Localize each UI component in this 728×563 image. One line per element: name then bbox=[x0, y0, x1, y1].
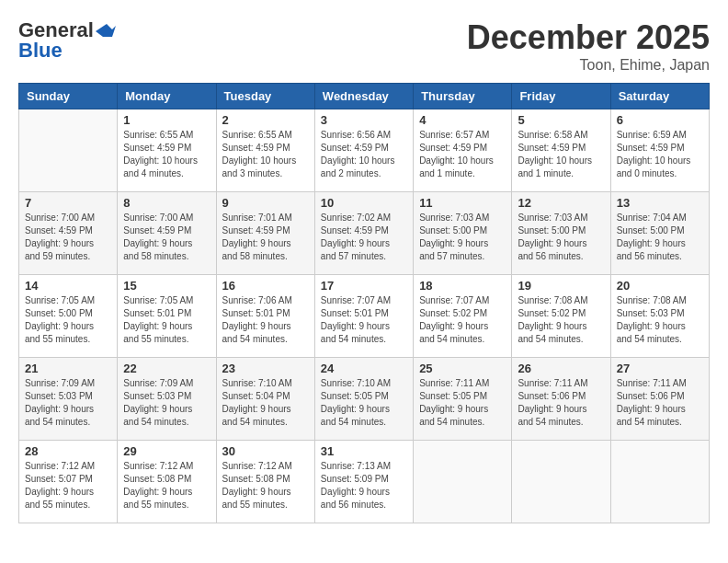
day-number: 16 bbox=[222, 279, 309, 293]
day-info: Sunrise: 7:05 AM Sunset: 5:01 PM Dayligh… bbox=[123, 294, 210, 346]
calendar-cell: 5Sunrise: 6:58 AM Sunset: 4:59 PM Daylig… bbox=[512, 109, 610, 192]
calendar-cell: 20Sunrise: 7:08 AM Sunset: 5:03 PM Dayli… bbox=[610, 275, 709, 358]
day-info: Sunrise: 7:11 AM Sunset: 5:05 PM Dayligh… bbox=[419, 377, 506, 429]
day-info: Sunrise: 6:59 AM Sunset: 4:59 PM Dayligh… bbox=[617, 129, 703, 180]
calendar-cell: 1Sunrise: 6:55 AM Sunset: 4:59 PM Daylig… bbox=[118, 109, 216, 192]
day-info: Sunrise: 7:09 AM Sunset: 5:03 PM Dayligh… bbox=[123, 377, 210, 429]
title-area: December 2025 Toon, Ehime, Japan bbox=[467, 18, 710, 74]
calendar-cell: 4Sunrise: 6:57 AM Sunset: 4:59 PM Daylig… bbox=[414, 109, 512, 192]
calendar-cell: 14Sunrise: 7:05 AM Sunset: 5:00 PM Dayli… bbox=[19, 275, 118, 358]
day-info: Sunrise: 7:05 AM Sunset: 5:00 PM Dayligh… bbox=[25, 294, 111, 346]
day-number: 7 bbox=[25, 196, 111, 210]
day-info: Sunrise: 7:00 AM Sunset: 4:59 PM Dayligh… bbox=[25, 212, 111, 263]
logo-blue: Blue bbox=[18, 39, 63, 63]
weekday-header-monday: Monday bbox=[118, 84, 216, 109]
day-number: 9 bbox=[222, 196, 309, 210]
header: General Blue December 2025 Toon, Ehime, … bbox=[18, 18, 710, 74]
calendar: SundayMondayTuesdayWednesdayThursdayFrid… bbox=[18, 83, 710, 523]
day-info: Sunrise: 6:58 AM Sunset: 4:59 PM Dayligh… bbox=[518, 129, 604, 180]
week-row-2: 7Sunrise: 7:00 AM Sunset: 4:59 PM Daylig… bbox=[19, 192, 710, 275]
day-number: 24 bbox=[321, 362, 407, 375]
day-number: 17 bbox=[321, 279, 407, 293]
calendar-cell: 2Sunrise: 6:55 AM Sunset: 4:59 PM Daylig… bbox=[216, 109, 314, 192]
svg-marker-0 bbox=[96, 24, 116, 37]
day-number: 30 bbox=[222, 444, 309, 458]
day-info: Sunrise: 7:07 AM Sunset: 5:02 PM Dayligh… bbox=[419, 294, 506, 346]
calendar-cell: 6Sunrise: 6:59 AM Sunset: 4:59 PM Daylig… bbox=[610, 109, 709, 192]
week-row-5: 28Sunrise: 7:12 AM Sunset: 5:07 PM Dayli… bbox=[19, 441, 710, 523]
calendar-cell: 28Sunrise: 7:12 AM Sunset: 5:07 PM Dayli… bbox=[19, 441, 118, 523]
day-info: Sunrise: 7:08 AM Sunset: 5:02 PM Dayligh… bbox=[518, 294, 604, 346]
calendar-cell: 18Sunrise: 7:07 AM Sunset: 5:02 PM Dayli… bbox=[414, 275, 512, 358]
weekday-header-thursday: Thursday bbox=[414, 84, 512, 109]
weekday-header-row: SundayMondayTuesdayWednesdayThursdayFrid… bbox=[19, 84, 710, 109]
calendar-cell: 7Sunrise: 7:00 AM Sunset: 4:59 PM Daylig… bbox=[19, 192, 118, 275]
day-number: 21 bbox=[25, 362, 111, 375]
calendar-cell: 21Sunrise: 7:09 AM Sunset: 5:03 PM Dayli… bbox=[19, 358, 118, 441]
day-info: Sunrise: 7:00 AM Sunset: 4:59 PM Dayligh… bbox=[123, 212, 210, 263]
logo: General Blue bbox=[18, 18, 116, 63]
weekday-header-sunday: Sunday bbox=[19, 84, 118, 109]
day-info: Sunrise: 7:07 AM Sunset: 5:01 PM Dayligh… bbox=[321, 294, 407, 346]
day-number: 10 bbox=[321, 196, 407, 210]
calendar-cell: 24Sunrise: 7:10 AM Sunset: 5:05 PM Dayli… bbox=[314, 358, 413, 441]
calendar-cell: 31Sunrise: 7:13 AM Sunset: 5:09 PM Dayli… bbox=[314, 441, 413, 523]
day-number: 4 bbox=[419, 113, 506, 127]
day-info: Sunrise: 7:11 AM Sunset: 5:06 PM Dayligh… bbox=[617, 377, 703, 429]
day-number: 8 bbox=[123, 196, 210, 210]
calendar-cell bbox=[414, 441, 512, 523]
day-number: 1 bbox=[123, 113, 210, 127]
day-info: Sunrise: 7:12 AM Sunset: 5:08 PM Dayligh… bbox=[123, 460, 210, 511]
day-info: Sunrise: 7:12 AM Sunset: 5:07 PM Dayligh… bbox=[25, 460, 111, 511]
calendar-cell: 30Sunrise: 7:12 AM Sunset: 5:08 PM Dayli… bbox=[216, 441, 314, 523]
day-number: 3 bbox=[321, 113, 407, 127]
day-number: 27 bbox=[617, 362, 703, 375]
day-number: 25 bbox=[419, 362, 506, 375]
calendar-cell bbox=[610, 441, 709, 523]
day-info: Sunrise: 7:10 AM Sunset: 5:04 PM Dayligh… bbox=[222, 377, 309, 429]
day-info: Sunrise: 7:11 AM Sunset: 5:06 PM Dayligh… bbox=[518, 377, 604, 429]
day-info: Sunrise: 7:09 AM Sunset: 5:03 PM Dayligh… bbox=[25, 377, 111, 429]
location: Toon, Ehime, Japan bbox=[467, 57, 710, 74]
day-number: 18 bbox=[419, 279, 506, 293]
day-number: 2 bbox=[222, 113, 309, 127]
day-number: 29 bbox=[123, 444, 210, 458]
calendar-cell: 3Sunrise: 6:56 AM Sunset: 4:59 PM Daylig… bbox=[314, 109, 413, 192]
calendar-cell: 23Sunrise: 7:10 AM Sunset: 5:04 PM Dayli… bbox=[216, 358, 314, 441]
calendar-cell: 13Sunrise: 7:04 AM Sunset: 5:00 PM Dayli… bbox=[610, 192, 709, 275]
calendar-cell: 11Sunrise: 7:03 AM Sunset: 5:00 PM Dayli… bbox=[414, 192, 512, 275]
week-row-4: 21Sunrise: 7:09 AM Sunset: 5:03 PM Dayli… bbox=[19, 358, 710, 441]
weekday-header-wednesday: Wednesday bbox=[314, 84, 413, 109]
calendar-cell: 9Sunrise: 7:01 AM Sunset: 4:59 PM Daylig… bbox=[216, 192, 314, 275]
day-number: 14 bbox=[25, 279, 111, 293]
day-info: Sunrise: 7:03 AM Sunset: 5:00 PM Dayligh… bbox=[419, 212, 506, 263]
logo-bird-icon bbox=[96, 24, 116, 39]
day-info: Sunrise: 7:03 AM Sunset: 5:00 PM Dayligh… bbox=[518, 212, 604, 263]
calendar-cell: 25Sunrise: 7:11 AM Sunset: 5:05 PM Dayli… bbox=[414, 358, 512, 441]
day-info: Sunrise: 7:01 AM Sunset: 4:59 PM Dayligh… bbox=[222, 212, 309, 263]
calendar-cell: 17Sunrise: 7:07 AM Sunset: 5:01 PM Dayli… bbox=[314, 275, 413, 358]
day-info: Sunrise: 6:55 AM Sunset: 4:59 PM Dayligh… bbox=[222, 129, 309, 180]
day-info: Sunrise: 7:10 AM Sunset: 5:05 PM Dayligh… bbox=[321, 377, 407, 429]
day-number: 11 bbox=[419, 196, 506, 210]
calendar-cell: 16Sunrise: 7:06 AM Sunset: 5:01 PM Dayli… bbox=[216, 275, 314, 358]
day-info: Sunrise: 6:57 AM Sunset: 4:59 PM Dayligh… bbox=[419, 129, 506, 180]
weekday-header-tuesday: Tuesday bbox=[216, 84, 314, 109]
day-number: 15 bbox=[123, 279, 210, 293]
calendar-cell: 15Sunrise: 7:05 AM Sunset: 5:01 PM Dayli… bbox=[118, 275, 216, 358]
day-number: 19 bbox=[518, 279, 604, 293]
day-info: Sunrise: 7:12 AM Sunset: 5:08 PM Dayligh… bbox=[222, 460, 309, 511]
calendar-cell: 22Sunrise: 7:09 AM Sunset: 5:03 PM Dayli… bbox=[118, 358, 216, 441]
calendar-cell: 8Sunrise: 7:00 AM Sunset: 4:59 PM Daylig… bbox=[118, 192, 216, 275]
day-info: Sunrise: 7:04 AM Sunset: 5:00 PM Dayligh… bbox=[617, 212, 703, 263]
day-number: 6 bbox=[617, 113, 703, 127]
day-info: Sunrise: 7:08 AM Sunset: 5:03 PM Dayligh… bbox=[617, 294, 703, 346]
day-number: 5 bbox=[518, 113, 604, 127]
calendar-cell bbox=[19, 109, 118, 192]
calendar-cell: 27Sunrise: 7:11 AM Sunset: 5:06 PM Dayli… bbox=[610, 358, 709, 441]
day-number: 23 bbox=[222, 362, 309, 375]
day-number: 20 bbox=[617, 279, 703, 293]
day-number: 31 bbox=[321, 444, 407, 458]
week-row-3: 14Sunrise: 7:05 AM Sunset: 5:00 PM Dayli… bbox=[19, 275, 710, 358]
day-info: Sunrise: 6:56 AM Sunset: 4:59 PM Dayligh… bbox=[321, 129, 407, 180]
